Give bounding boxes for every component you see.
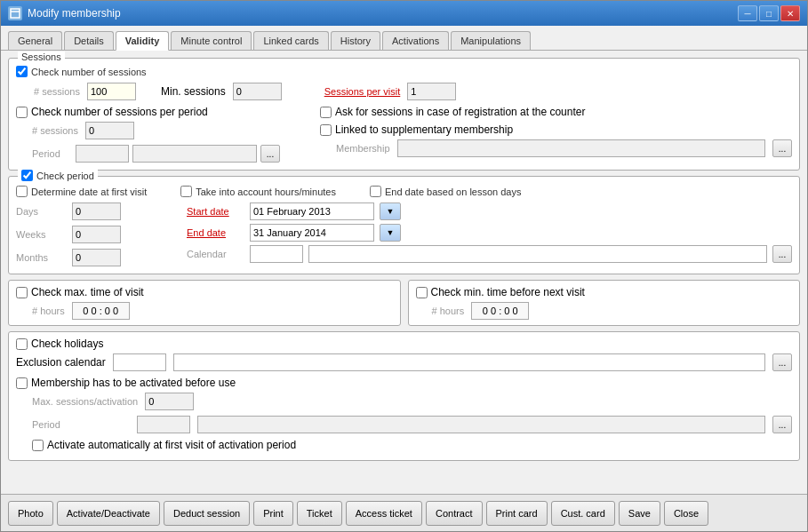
access-ticket-button[interactable]: Access ticket (346, 501, 422, 526)
sessions-per-visit-link[interactable]: Sessions per visit (324, 86, 401, 97)
end-date-row: End date ▼ (187, 224, 792, 242)
end-date-lesson-label: End date based on lesson days (370, 186, 522, 197)
restore-button[interactable]: □ (759, 5, 779, 21)
calendar-browse-button[interactable]: ... (772, 245, 792, 263)
auto-activate-row: Activate automatically at first visit of… (32, 439, 792, 451)
membership-label: Membership (336, 143, 390, 154)
start-date-link[interactable]: Start date (187, 206, 244, 217)
exclusion-input2[interactable] (173, 353, 765, 371)
end-date-picker-button[interactable]: ▼ (380, 224, 401, 242)
check-period-checkbox[interactable] (21, 170, 33, 181)
membership-input[interactable] (397, 139, 765, 157)
weeks-row: Weeks (16, 226, 176, 243)
weeks-label: Weeks (16, 229, 65, 240)
sessions-input[interactable] (87, 83, 136, 100)
activation-period-input2[interactable] (197, 416, 765, 433)
tab-details[interactable]: Details (64, 31, 114, 50)
period-group-title: Check period (18, 170, 98, 181)
activate-button[interactable]: Activate/Deactivate (57, 501, 160, 526)
weeks-input[interactable] (72, 226, 121, 243)
exclusion-browse-button[interactable]: ... (772, 353, 792, 371)
sessions-per-visit-input[interactable] (407, 83, 456, 100)
linked-supplementary-checkbox[interactable] (320, 124, 332, 136)
period-input2[interactable] (132, 145, 257, 163)
max-sessions-input[interactable] (145, 393, 194, 410)
max-time-input[interactable] (72, 302, 130, 320)
activation-sessions-row: Max. sessions/activation (32, 393, 792, 410)
calendar-input1[interactable] (250, 245, 303, 263)
min-time-group: Check min. time before next visit # hour… (408, 280, 801, 326)
calendar-input2[interactable] (308, 245, 767, 263)
start-date-picker-button[interactable]: ▼ (380, 202, 401, 220)
bottom-options-group: Check holidays Exclusion calendar ... Me… (8, 331, 800, 461)
end-date-lesson-checkbox[interactable] (370, 186, 381, 197)
per-period-inputs-row: # sessions (32, 122, 309, 139)
end-date-link[interactable]: End date (187, 227, 244, 238)
months-row: Months (16, 249, 176, 266)
check-sessions-label: Check number of sessions (16, 66, 147, 77)
sessions-per-period-input[interactable] (85, 122, 134, 139)
membership-browse-button[interactable]: ... (772, 139, 792, 157)
max-time-checkbox[interactable] (16, 287, 28, 298)
print-card-button[interactable]: Print card (486, 501, 548, 526)
tab-minute-control[interactable]: Minute control (171, 31, 252, 50)
months-input[interactable] (72, 249, 121, 266)
contract-button[interactable]: Contract (426, 501, 483, 526)
holidays-checkbox[interactable] (16, 338, 28, 350)
check-per-period-checkbox[interactable] (16, 107, 28, 118)
tab-manipulations[interactable]: Manipulations (451, 31, 531, 50)
period-dates-col: Start date ▼ End date ▼ Calendar ... (187, 202, 792, 266)
calendar-label: Calendar (187, 249, 244, 259)
days-label: Days (16, 206, 65, 217)
tab-linked-cards[interactable]: Linked cards (253, 31, 328, 50)
determine-date-checkbox[interactable] (16, 186, 28, 197)
window-title: Modify membership (28, 7, 121, 20)
exclusion-input1[interactable] (113, 353, 166, 371)
holidays-label: Check holidays (31, 337, 103, 350)
svg-rect-0 (11, 9, 20, 18)
activation-row: Membership has to be activated before us… (16, 377, 792, 389)
deduct-session-button[interactable]: Deduct session (164, 501, 250, 526)
cust-card-button[interactable]: Cust. card (551, 501, 615, 526)
activation-checkbox[interactable] (16, 377, 28, 389)
tab-activations[interactable]: Activations (382, 31, 449, 50)
sessions-values-row: # sessions Min. sessions Sessions per vi… (34, 83, 792, 100)
period-input1[interactable] (76, 145, 129, 163)
ask-sessions-checkbox[interactable] (320, 107, 332, 118)
save-button[interactable]: Save (619, 501, 660, 526)
sessions-per-period-label: # sessions (32, 125, 78, 136)
close-window-button[interactable]: ✕ (780, 5, 800, 21)
min-sessions-input[interactable] (233, 83, 282, 100)
min-time-checkbox[interactable] (416, 287, 428, 298)
months-label: Months (16, 252, 65, 263)
tab-history[interactable]: History (331, 31, 380, 50)
exclusion-row: Exclusion calendar ... (16, 353, 792, 371)
tab-validity[interactable]: Validity (116, 31, 170, 51)
ticket-button[interactable]: Ticket (297, 501, 342, 526)
sessions-right-col: Ask for sessions in case of registration… (320, 106, 792, 163)
min-time-input-row: # hours (432, 302, 793, 320)
tab-general[interactable]: General (8, 31, 62, 50)
photo-button[interactable]: Photo (8, 501, 53, 526)
min-time-input[interactable] (471, 302, 529, 320)
check-sessions-checkbox[interactable] (16, 66, 28, 77)
calendar-row: Calendar ... (187, 245, 792, 263)
days-input[interactable] (72, 202, 121, 220)
close-button[interactable]: Close (664, 501, 708, 526)
auto-activate-checkbox[interactable] (32, 440, 44, 451)
activation-label: Membership has to be activated before us… (31, 377, 236, 389)
exclusion-label: Exclusion calendar (16, 356, 106, 369)
print-button[interactable]: Print (253, 501, 293, 526)
minimize-button[interactable]: ─ (738, 5, 757, 21)
start-date-input[interactable] (250, 202, 374, 220)
titlebar: Modify membership ─ □ ✕ (1, 1, 807, 26)
activation-period-browse-button[interactable]: ... (772, 416, 792, 433)
period-browse-button[interactable]: ... (260, 145, 280, 163)
sessions-group-title: Sessions (18, 52, 65, 62)
max-sessions-label: Max. sessions/activation (32, 396, 138, 407)
activation-period-input1[interactable] (137, 416, 190, 433)
ask-sessions-row: Ask for sessions in case of registration… (320, 106, 792, 118)
end-date-input[interactable] (250, 224, 374, 242)
take-hours-checkbox[interactable] (180, 186, 192, 197)
check-per-period-row: Check number of sessions per period (16, 106, 309, 118)
